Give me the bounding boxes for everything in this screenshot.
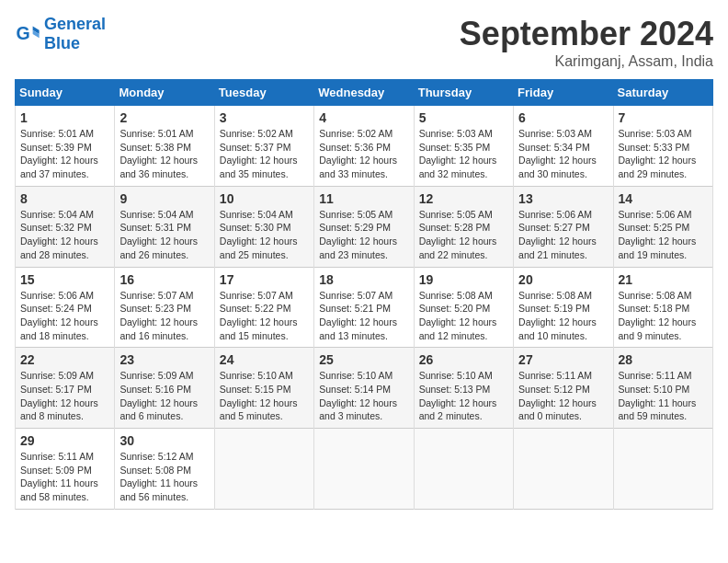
day-number: 5 [419,110,508,125]
day-detail: Sunrise: 5:02 AMSunset: 5:37 PMDaylight:… [220,128,298,179]
header-wednesday: Wednesday [314,80,414,106]
calendar-cell: 11 Sunrise: 5:05 AMSunset: 5:29 PMDaylig… [314,186,414,267]
logo-text: General Blue [44,15,106,53]
calendar-cell: 18 Sunrise: 5:07 AMSunset: 5:21 PMDaylig… [314,267,414,348]
day-number: 14 [619,191,708,206]
day-number: 13 [518,191,608,206]
logo-line2: Blue [44,34,106,53]
calendar-cell [414,429,513,510]
calendar-cell: 25 Sunrise: 5:10 AMSunset: 5:14 PMDaylig… [314,348,414,429]
day-detail: Sunrise: 5:12 AMSunset: 5:08 PMDaylight:… [119,451,198,502]
calendar-cell [514,429,613,510]
logo: G General Blue [15,15,106,53]
day-number: 15 [20,272,109,287]
day-detail: Sunrise: 5:01 AMSunset: 5:39 PMDaylight:… [20,128,98,179]
calendar-table: SundayMondayTuesdayWednesdayThursdayFrid… [15,79,713,510]
calendar-cell [214,429,313,510]
svg-text:G: G [16,23,29,43]
calendar-cell: 13 Sunrise: 5:06 AMSunset: 5:27 PMDaylig… [514,186,613,267]
day-detail: Sunrise: 5:07 AMSunset: 5:23 PMDaylight:… [119,290,198,341]
day-number: 19 [419,272,508,287]
week-row-2: 8 Sunrise: 5:04 AMSunset: 5:32 PMDayligh… [16,186,713,267]
calendar-cell: 23 Sunrise: 5:09 AMSunset: 5:16 PMDaylig… [115,348,214,429]
day-number: 1 [20,110,109,125]
calendar-cell: 28 Sunrise: 5:11 AMSunset: 5:10 PMDaylig… [613,348,712,429]
calendar-cell: 17 Sunrise: 5:07 AMSunset: 5:22 PMDaylig… [214,267,313,348]
calendar-cell: 12 Sunrise: 5:05 AMSunset: 5:28 PMDaylig… [414,186,513,267]
calendar-cell: 27 Sunrise: 5:11 AMSunset: 5:12 PMDaylig… [514,348,613,429]
logo-line1: General [44,15,106,34]
header-row: SundayMondayTuesdayWednesdayThursdayFrid… [16,80,713,106]
logo-icon: G [15,21,40,47]
calendar-cell: 2 Sunrise: 5:01 AMSunset: 5:38 PMDayligh… [115,106,214,187]
header-thursday: Thursday [414,80,513,106]
day-detail: Sunrise: 5:08 AMSunset: 5:19 PMDaylight:… [518,290,597,341]
week-row-4: 22 Sunrise: 5:09 AMSunset: 5:17 PMDaylig… [16,348,713,429]
day-detail: Sunrise: 5:06 AMSunset: 5:27 PMDaylight:… [518,209,597,260]
calendar-cell: 30 Sunrise: 5:12 AMSunset: 5:08 PMDaylig… [115,429,214,510]
day-detail: Sunrise: 5:10 AMSunset: 5:13 PMDaylight:… [419,370,497,421]
day-detail: Sunrise: 5:10 AMSunset: 5:15 PMDaylight:… [220,370,298,421]
day-detail: Sunrise: 5:07 AMSunset: 5:21 PMDaylight:… [319,290,397,341]
header-friday: Friday [514,80,613,106]
day-number: 18 [319,272,408,287]
day-number: 8 [20,191,109,206]
month-title: September 2024 [460,15,713,53]
calendar-cell: 26 Sunrise: 5:10 AMSunset: 5:13 PMDaylig… [414,348,513,429]
day-detail: Sunrise: 5:09 AMSunset: 5:17 PMDaylight:… [20,370,98,421]
day-detail: Sunrise: 5:03 AMSunset: 5:34 PMDaylight:… [518,128,597,179]
day-detail: Sunrise: 5:08 AMSunset: 5:18 PMDaylight:… [619,290,697,341]
location: Karimganj, Assam, India [460,53,713,70]
calendar-cell: 15 Sunrise: 5:06 AMSunset: 5:24 PMDaylig… [16,267,115,348]
day-number: 2 [119,110,209,125]
calendar-cell [613,429,712,510]
day-number: 22 [20,352,109,367]
calendar-cell: 22 Sunrise: 5:09 AMSunset: 5:17 PMDaylig… [16,348,115,429]
day-detail: Sunrise: 5:04 AMSunset: 5:31 PMDaylight:… [119,209,198,260]
calendar-cell [314,429,414,510]
day-number: 16 [119,272,209,287]
day-number: 25 [319,352,408,367]
day-number: 6 [518,110,608,125]
week-row-5: 29 Sunrise: 5:11 AMSunset: 5:09 PMDaylig… [16,429,713,510]
calendar-header: SundayMondayTuesdayWednesdayThursdayFrid… [16,80,713,106]
day-detail: Sunrise: 5:04 AMSunset: 5:30 PMDaylight:… [220,209,298,260]
calendar-cell: 16 Sunrise: 5:07 AMSunset: 5:23 PMDaylig… [115,267,214,348]
calendar-cell: 3 Sunrise: 5:02 AMSunset: 5:37 PMDayligh… [214,106,313,187]
day-number: 12 [419,191,508,206]
calendar-cell: 4 Sunrise: 5:02 AMSunset: 5:36 PMDayligh… [314,106,414,187]
day-number: 9 [119,191,209,206]
calendar-cell: 5 Sunrise: 5:03 AMSunset: 5:35 PMDayligh… [414,106,513,187]
day-detail: Sunrise: 5:03 AMSunset: 5:35 PMDaylight:… [419,128,497,179]
calendar-cell: 19 Sunrise: 5:08 AMSunset: 5:20 PMDaylig… [414,267,513,348]
day-number: 21 [619,272,708,287]
header-tuesday: Tuesday [214,80,313,106]
day-detail: Sunrise: 5:11 AMSunset: 5:12 PMDaylight:… [518,370,597,421]
header-sunday: Sunday [16,80,115,106]
day-number: 23 [119,352,209,367]
day-detail: Sunrise: 5:06 AMSunset: 5:24 PMDaylight:… [20,290,98,341]
title-block: September 2024 Karimganj, Assam, India [460,15,713,70]
day-detail: Sunrise: 5:05 AMSunset: 5:28 PMDaylight:… [419,209,497,260]
day-detail: Sunrise: 5:08 AMSunset: 5:20 PMDaylight:… [419,290,497,341]
calendar-cell: 7 Sunrise: 5:03 AMSunset: 5:33 PMDayligh… [613,106,712,187]
calendar-cell: 8 Sunrise: 5:04 AMSunset: 5:32 PMDayligh… [16,186,115,267]
week-row-1: 1 Sunrise: 5:01 AMSunset: 5:39 PMDayligh… [16,106,713,187]
calendar-cell: 24 Sunrise: 5:10 AMSunset: 5:15 PMDaylig… [214,348,313,429]
day-number: 30 [119,433,209,448]
day-detail: Sunrise: 5:11 AMSunset: 5:10 PMDaylight:… [619,370,697,421]
day-number: 7 [619,110,708,125]
day-detail: Sunrise: 5:10 AMSunset: 5:14 PMDaylight:… [319,370,397,421]
day-detail: Sunrise: 5:06 AMSunset: 5:25 PMDaylight:… [619,209,697,260]
day-detail: Sunrise: 5:11 AMSunset: 5:09 PMDaylight:… [20,451,98,502]
day-number: 27 [518,352,608,367]
day-number: 29 [20,433,109,448]
calendar-cell: 1 Sunrise: 5:01 AMSunset: 5:39 PMDayligh… [16,106,115,187]
calendar-body: 1 Sunrise: 5:01 AMSunset: 5:39 PMDayligh… [16,106,713,510]
day-number: 20 [518,272,608,287]
day-number: 26 [419,352,508,367]
calendar-cell: 14 Sunrise: 5:06 AMSunset: 5:25 PMDaylig… [613,186,712,267]
day-detail: Sunrise: 5:05 AMSunset: 5:29 PMDaylight:… [319,209,397,260]
day-number: 10 [220,191,309,206]
header-saturday: Saturday [613,80,712,106]
